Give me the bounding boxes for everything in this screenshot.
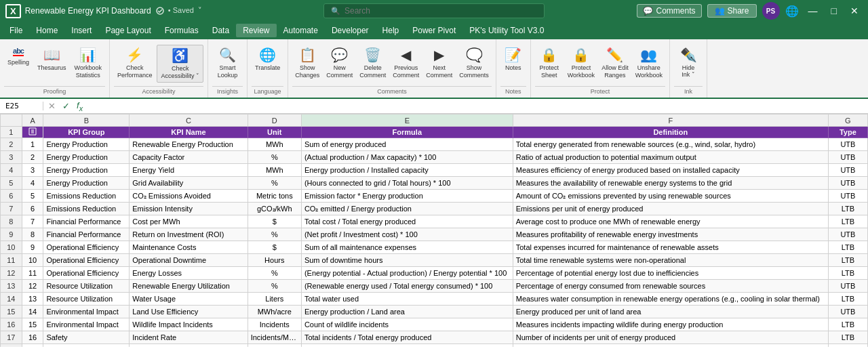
menu-item-automate[interactable]: Automate bbox=[277, 24, 325, 37]
cell-g14[interactable]: LTB bbox=[828, 293, 867, 306]
cell-g16[interactable]: LTB bbox=[828, 318, 867, 331]
cell-a15[interactable]: 14 bbox=[22, 306, 43, 318]
cell-a14[interactable]: 13 bbox=[22, 293, 43, 306]
cell-f15[interactable]: Energy produced per unit of land area bbox=[513, 306, 828, 318]
cell-b18[interactable]: Safety bbox=[43, 344, 130, 348]
allow-edit-ranges-button[interactable]: ✏️ Allow EditRanges bbox=[599, 45, 631, 81]
cell-a16[interactable]: 15 bbox=[22, 318, 43, 331]
cell-g3[interactable]: UTB bbox=[828, 151, 867, 164]
cell-d6[interactable]: Metric tons bbox=[248, 190, 301, 203]
col-header-f[interactable]: F bbox=[513, 114, 828, 127]
cell-g10[interactable]: LTB bbox=[828, 241, 867, 254]
col-header-a[interactable]: A bbox=[22, 114, 43, 127]
menu-item-review[interactable]: Review bbox=[236, 24, 276, 37]
cell-e18[interactable]: (Compliance hours / Total hours) * 100 bbox=[301, 344, 513, 348]
cell-f14[interactable]: Measures water consumption in renewable … bbox=[513, 293, 828, 306]
new-comment-button[interactable]: 💬 NewComment bbox=[323, 45, 355, 81]
cell-b3[interactable]: Energy Production bbox=[43, 151, 130, 164]
cell-g6[interactable]: UTB bbox=[828, 190, 867, 203]
menu-item-home[interactable]: Home bbox=[29, 24, 64, 37]
workbook-stats-button[interactable]: 📊 WorkbookStatistics bbox=[71, 45, 105, 81]
cell-g12[interactable]: LTB bbox=[828, 267, 867, 280]
cell-e14[interactable]: Total water used bbox=[301, 293, 513, 306]
cell-b10[interactable]: Operational Efficiency bbox=[43, 241, 130, 254]
cell-f8[interactable]: Average cost to produce one MWh of renew… bbox=[513, 215, 828, 228]
cell-c9[interactable]: Return on Investment (ROI) bbox=[130, 228, 248, 241]
show-comments-button[interactable]: 🗨️ ShowComments bbox=[456, 45, 492, 81]
cell-d14[interactable]: Liters bbox=[248, 293, 301, 306]
cell-f12[interactable]: Percentage of potential energy lost due … bbox=[513, 267, 828, 280]
close-button[interactable]: ✕ bbox=[846, 5, 863, 17]
notes-button[interactable]: 📝 Notes bbox=[500, 45, 526, 73]
cell-d10[interactable]: $ bbox=[248, 241, 301, 254]
cell-c12[interactable]: Energy Losses bbox=[130, 267, 248, 280]
cell-e9[interactable]: (Net profit / Investment cost) * 100 bbox=[301, 228, 513, 241]
cell-a7[interactable]: 6 bbox=[22, 203, 43, 215]
cell-a1[interactable] bbox=[22, 127, 43, 138]
cell-b7[interactable]: Emissions Reduction bbox=[43, 203, 130, 215]
cell-g5[interactable]: UTB bbox=[828, 177, 867, 190]
cell-b8[interactable]: Financial Performance bbox=[43, 215, 130, 228]
cell-f13[interactable]: Percentage of energy consumed from renew… bbox=[513, 280, 828, 293]
cell-g9[interactable]: UTB bbox=[828, 228, 867, 241]
protect-sheet-button[interactable]: 🔒 ProtectSheet bbox=[535, 45, 564, 81]
cell-g17[interactable]: LTB bbox=[828, 331, 867, 344]
cell-c18[interactable]: Safety Compliance bbox=[130, 344, 248, 348]
cell-a11[interactable]: 10 bbox=[22, 254, 43, 267]
cell-e2[interactable]: Sum of energy produced bbox=[301, 138, 513, 151]
menu-item-page-layout[interactable]: Page Layout bbox=[98, 24, 157, 37]
cell-g4[interactable]: UTB bbox=[828, 164, 867, 177]
cell-a12[interactable]: 11 bbox=[22, 267, 43, 280]
cell-a10[interactable]: 9 bbox=[22, 241, 43, 254]
cell-d8[interactable]: $ bbox=[248, 215, 301, 228]
search-input[interactable] bbox=[344, 6, 521, 16]
cell-c8[interactable]: Cost per MWh bbox=[130, 215, 248, 228]
col-header-d[interactable]: D bbox=[248, 114, 301, 127]
cell-b15[interactable]: Environmental Impact bbox=[43, 306, 130, 318]
cell-c14[interactable]: Water Usage bbox=[130, 293, 248, 306]
menu-item-file[interactable]: File bbox=[3, 24, 29, 37]
cell-e15[interactable]: Energy production / Land area bbox=[301, 306, 513, 318]
protect-workbook-button[interactable]: 🔒 ProtectWorkbook bbox=[565, 45, 597, 81]
thesaurus-button[interactable]: 📖 Thesaurus bbox=[34, 45, 70, 73]
cell-c1[interactable]: KPI Name bbox=[130, 127, 248, 138]
cell-a2[interactable]: 1 bbox=[22, 138, 43, 151]
cell-e12[interactable]: (Energy potential - Actual production) /… bbox=[301, 267, 513, 280]
cell-f11[interactable]: Total time renewable systems were non-op… bbox=[513, 254, 828, 267]
cell-c10[interactable]: Maintenance Costs bbox=[130, 241, 248, 254]
col-header-c[interactable]: C bbox=[130, 114, 248, 127]
col-header-b[interactable]: B bbox=[43, 114, 130, 127]
cell-d17[interactable]: Incidents/MWh bbox=[248, 331, 301, 344]
cell-b16[interactable]: Environmental Impact bbox=[43, 318, 130, 331]
cell-f18[interactable]: Measures adherence to safety standards i… bbox=[513, 344, 828, 348]
cell-d16[interactable]: Incidents bbox=[248, 318, 301, 331]
cell-f10[interactable]: Total expenses incurred for maintenance … bbox=[513, 241, 828, 254]
maximize-button[interactable]: □ bbox=[827, 5, 841, 17]
cell-f9[interactable]: Measures profitability of renewable ener… bbox=[513, 228, 828, 241]
hide-ink-button[interactable]: ✒️ HideInk ˅ bbox=[674, 45, 703, 80]
cell-g8[interactable]: LTB bbox=[828, 215, 867, 228]
cell-b14[interactable]: Resource Utilization bbox=[43, 293, 130, 306]
confirm-icon[interactable]: ✓ bbox=[60, 101, 72, 111]
col-header-g[interactable]: G bbox=[828, 114, 867, 127]
cell-b5[interactable]: Energy Production bbox=[43, 177, 130, 190]
cell-c11[interactable]: Operational Downtime bbox=[130, 254, 248, 267]
check-performance-button[interactable]: ⚡ CheckPerformance bbox=[114, 45, 156, 81]
cell-e1[interactable]: Formula bbox=[301, 127, 513, 138]
menu-item-insert[interactable]: Insert bbox=[64, 24, 98, 37]
cell-c3[interactable]: Capacity Factor bbox=[130, 151, 248, 164]
show-changes-button[interactable]: 📋 ShowChanges bbox=[292, 45, 322, 81]
cell-f6[interactable]: Amount of CO₂ emissions prevented by usi… bbox=[513, 190, 828, 203]
menu-item-formulas[interactable]: Formulas bbox=[158, 24, 205, 37]
cell-b13[interactable]: Resource Utilization bbox=[43, 280, 130, 293]
smart-lookup-button[interactable]: 🔍 SmartLookup bbox=[212, 45, 243, 81]
cell-b6[interactable]: Emissions Reduction bbox=[43, 190, 130, 203]
cell-f17[interactable]: Number of incidents per unit of energy p… bbox=[513, 331, 828, 344]
comments-button[interactable]: 💬 Comments bbox=[637, 4, 701, 18]
cell-d11[interactable]: Hours bbox=[248, 254, 301, 267]
delete-comment-button[interactable]: 🗑️ DeleteComment bbox=[357, 45, 389, 81]
cell-c6[interactable]: CO₂ Emissions Avoided bbox=[130, 190, 248, 203]
cell-f5[interactable]: Measures the availability of renewable e… bbox=[513, 177, 828, 190]
minimize-button[interactable]: — bbox=[804, 5, 822, 17]
cell-d18[interactable]: % bbox=[248, 344, 301, 348]
